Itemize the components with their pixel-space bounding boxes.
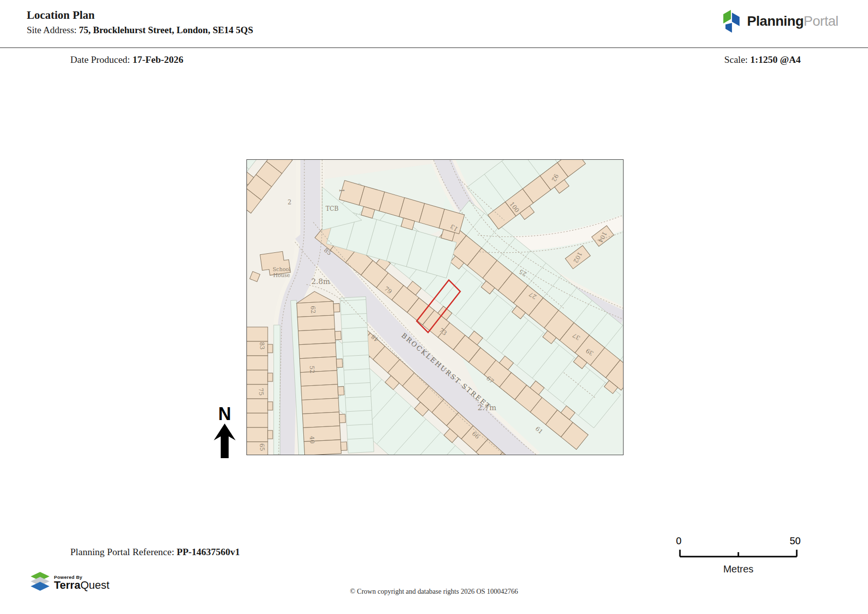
date-produced-value: 17-Feb-2026 <box>133 54 184 65</box>
map-scale-value: 1:1250 @A4 <box>750 54 801 65</box>
scale-bar-start: 0 <box>676 535 681 547</box>
scale-bar-end: 50 <box>790 535 801 547</box>
page-title: Location Plan <box>27 9 95 22</box>
scale-bar-unit: Metres <box>676 564 801 575</box>
map-label-House: House <box>273 272 290 278</box>
site-address-label: Site Address: <box>27 25 79 35</box>
map-label-40: 40 <box>308 436 316 444</box>
map-label-School: School <box>273 266 290 272</box>
date-produced: Date Produced: 17-Feb-2026 <box>70 54 184 65</box>
planning-portal-logo: PlanningPortal <box>721 10 838 33</box>
map-label-75: 75 <box>257 388 265 396</box>
map-label-52: 52 <box>308 366 316 374</box>
map-label-2-8m: 2.8m <box>311 277 330 286</box>
site-address: Site Address: 75, Brocklehurst Street, L… <box>27 25 253 36</box>
map-scale: Scale: 1:1250 @A4 <box>724 54 801 65</box>
location-plan-page: { "header": { "title": "Location Plan", … <box>0 0 868 614</box>
scale-bar: 0 50 Metres <box>676 535 801 575</box>
map-label-2: 2 <box>288 199 291 206</box>
planning-portal-wordmark: PlanningPortal <box>747 13 838 29</box>
map-label-1: 1 <box>338 189 345 192</box>
north-arrow-icon <box>209 422 240 460</box>
planning-portal-reference: Planning Portal Reference: PP-14637560v1 <box>70 547 240 558</box>
map-label-TCB: TCB <box>326 205 338 212</box>
map-label-83: 83 <box>258 342 266 350</box>
crown-copyright: © Crown copyright and database rights 20… <box>0 588 868 596</box>
scale-bar-icon <box>676 548 801 559</box>
map-canvas: 21TCB85797367616648625240837565132527373… <box>247 160 623 455</box>
reference-value: PP-14637560v1 <box>177 547 240 557</box>
north-arrow: N <box>209 407 240 462</box>
map-label-62: 62 <box>309 306 317 314</box>
map-label-65: 65 <box>258 443 266 451</box>
north-label: N <box>209 407 240 422</box>
site-address-value: 75, Brocklehurst Street, London, SE14 5Q… <box>79 25 253 35</box>
location-plan-map: 21TCB85797367616648625240837565132527373… <box>246 159 624 455</box>
planning-portal-logo-icon <box>721 10 742 33</box>
header: Location Plan Site Address: 75, Brockleh… <box>0 0 868 48</box>
